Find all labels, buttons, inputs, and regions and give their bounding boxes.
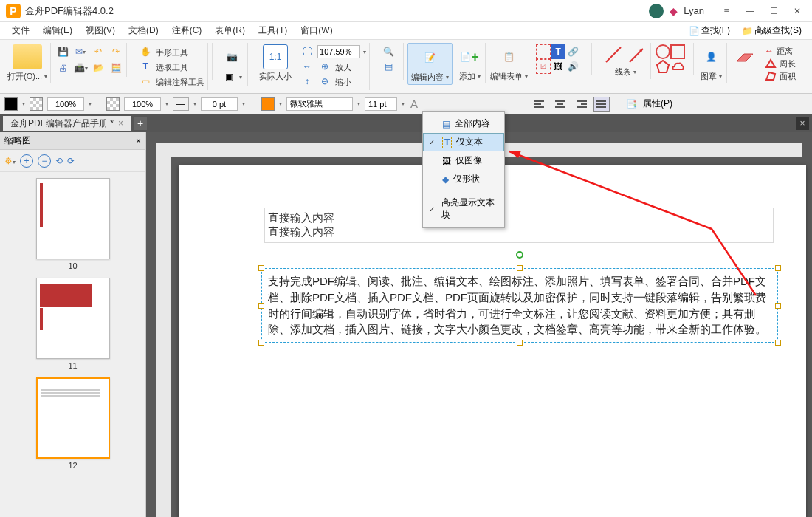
menu-comment[interactable]: 注释(C) <box>166 23 208 38</box>
tab-close-icon[interactable]: × <box>118 118 123 129</box>
field-sound-icon[interactable]: 🔊 <box>565 59 580 74</box>
thumb-12[interactable]: 12 <box>6 377 140 470</box>
add-button[interactable]: 添加▾ <box>459 71 481 82</box>
add-content-icon[interactable]: 📄+ <box>457 44 482 69</box>
stroke-width-input[interactable] <box>201 97 238 111</box>
perimeter-icon[interactable] <box>765 58 777 69</box>
thumb-options-icon[interactable]: ⚙▾ <box>4 156 16 166</box>
nav-pane-icon[interactable]: ▤ <box>381 59 396 74</box>
circle-icon[interactable] <box>656 44 670 59</box>
cloud-icon[interactable] <box>670 59 685 74</box>
eraser-icon[interactable] <box>732 44 757 69</box>
hand-tool[interactable]: 手形工具 <box>156 47 188 58</box>
window-menu-icon[interactable]: ≡ <box>718 2 735 20</box>
area-icon[interactable] <box>765 71 777 81</box>
stroke-opacity-input[interactable] <box>124 97 161 111</box>
align-left[interactable] <box>531 97 548 112</box>
rotate-handle[interactable] <box>516 251 523 258</box>
open-button[interactable] <box>13 44 42 69</box>
rect-icon[interactable] <box>670 44 685 59</box>
thumb-10[interactable]: 10 <box>6 178 140 270</box>
menu-file[interactable]: 文件 <box>6 23 35 38</box>
calc-icon[interactable]: 🧮 <box>109 61 123 75</box>
actual-size-icon[interactable]: 1:1 <box>263 44 288 69</box>
fill-opacity-swatch[interactable] <box>30 97 43 111</box>
rotate-ccw-icon[interactable]: ⟲ <box>55 156 63 166</box>
mail-icon[interactable]: ✉▾ <box>73 44 88 59</box>
sel-handle-s[interactable] <box>517 340 523 346</box>
sel-handle-sw[interactable] <box>258 340 264 346</box>
crop-icon[interactable]: ▣ <box>221 69 236 84</box>
sidebar-close-icon[interactable]: × <box>136 136 141 146</box>
tab-add-button[interactable]: + <box>134 117 147 130</box>
lines-button[interactable]: 线条▾ <box>615 66 636 78</box>
font-family-combo[interactable]: 微软雅黑 <box>286 97 353 111</box>
hand-icon[interactable]: ✋ <box>138 44 153 59</box>
edit-content-icon[interactable]: 📝 <box>418 45 443 70</box>
arrow-line-icon[interactable] <box>627 44 647 65</box>
align-center[interactable] <box>552 97 568 112</box>
select-tool[interactable]: 选取工具 <box>156 62 188 73</box>
dd-shape-only[interactable]: ◆仅形状 <box>423 170 504 188</box>
print-icon[interactable]: 🖨 <box>55 61 70 75</box>
maximize-icon[interactable]: ☐ <box>765 2 782 20</box>
field-T-icon[interactable]: T <box>551 44 565 59</box>
line-icon[interactable] <box>603 44 624 65</box>
open-label[interactable]: 打开(O)...▾ <box>7 71 47 82</box>
fit-width-icon[interactable]: ↔ <box>300 59 314 74</box>
text-color[interactable] <box>261 97 275 111</box>
thumb-zoom-out-icon[interactable]: − <box>38 154 51 168</box>
field-image-icon[interactable]: 🖼 <box>551 59 565 74</box>
fit-height-icon[interactable]: ↕ <box>300 74 314 89</box>
close-icon[interactable]: ✕ <box>788 2 806 20</box>
undo-icon[interactable]: ↶ <box>91 44 106 59</box>
line-style-picker[interactable]: — <box>173 97 189 111</box>
field-text-icon[interactable] <box>536 44 551 59</box>
edit-form-button[interactable]: 编辑表单▾ <box>490 71 528 82</box>
sel-handle-e[interactable] <box>775 303 781 309</box>
menu-form[interactable]: 表单(R) <box>209 23 251 38</box>
stroke-opacity-swatch[interactable] <box>106 97 120 111</box>
properties-icon[interactable]: 📑 <box>625 97 639 111</box>
thumb-11[interactable]: 11 <box>6 278 140 370</box>
align-right[interactable] <box>573 97 589 112</box>
text-block-top[interactable]: 直接输入内容 直接输入内容 <box>264 208 774 243</box>
edit-annot-icon[interactable]: ▭ <box>138 74 153 89</box>
dd-highlight-blocks[interactable]: ✓高亮显示文本块 <box>423 194 504 225</box>
minimize-icon[interactable]: — <box>741 2 759 20</box>
edit-form-icon[interactable]: 📋 <box>497 44 522 69</box>
fit-page-icon[interactable]: ⛶ <box>300 44 314 59</box>
distance-icon[interactable]: ↔ <box>765 46 774 56</box>
dd-image-only[interactable]: 🖼仅图像 <box>423 151 504 170</box>
dd-all-content[interactable]: ▤全部内容 <box>423 114 504 133</box>
sel-handle-ne[interactable] <box>775 265 781 271</box>
sel-handle-w[interactable] <box>258 303 264 309</box>
menu-document[interactable]: 文档(D) <box>123 23 165 38</box>
font-A-icon[interactable]: A <box>409 96 419 112</box>
scan-icon[interactable]: 📠▾ <box>73 61 88 75</box>
fill-opacity-input[interactable] <box>47 97 84 111</box>
find-link[interactable]: 📄 查找(F) <box>684 23 734 38</box>
cloud-open-icon[interactable]: 📂 <box>91 61 106 75</box>
sel-handle-nw[interactable] <box>258 265 264 271</box>
font-size-combo[interactable]: 11 pt <box>365 97 397 111</box>
menu-view[interactable]: 视图(V) <box>80 23 121 38</box>
zoom-in-icon[interactable]: ⊕ <box>317 59 332 74</box>
field-link-icon[interactable]: 🔗 <box>565 44 580 59</box>
align-justify[interactable] <box>593 97 610 112</box>
menu-window[interactable]: 窗口(W) <box>295 23 338 38</box>
menu-edit[interactable]: 编辑(E) <box>37 23 78 38</box>
zoom-out-icon[interactable]: ⊖ <box>317 74 332 89</box>
tabbar-close-icon[interactable]: × <box>796 117 809 130</box>
dd-text-only[interactable]: ✓T仅文本 <box>423 133 504 151</box>
text-block-selected[interactable]: 支持完成PDF编辑、阅读、批注、编辑文本、绘图标注、添加照片、填写表单、签署合同… <box>261 268 778 343</box>
thumb-zoom-in-icon[interactable]: + <box>20 154 33 168</box>
sel-handle-se[interactable] <box>775 340 781 346</box>
avatar[interactable] <box>649 4 664 18</box>
camera-icon[interactable]: 📷 <box>219 44 244 69</box>
rotate-cw-icon[interactable]: ⟳ <box>67 156 75 166</box>
fill-color[interactable] <box>4 97 18 111</box>
redo-icon[interactable]: ↷ <box>109 44 123 59</box>
menu-tools[interactable]: 工具(T) <box>252 23 293 38</box>
stamp-icon[interactable]: 👤 <box>698 44 723 69</box>
